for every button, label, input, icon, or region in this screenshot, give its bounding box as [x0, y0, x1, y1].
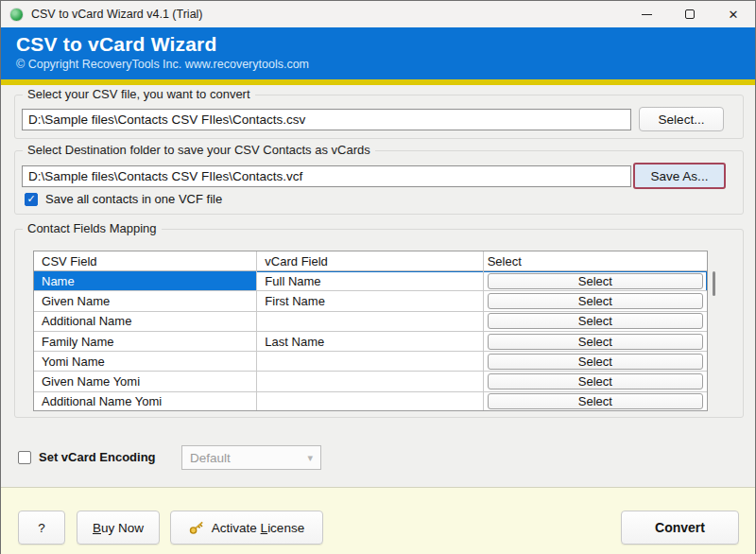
row-select-button[interactable]: Select [488, 393, 703, 409]
mapping-table: CSV Field vCard Field Select Name Full N… [33, 251, 708, 411]
help-button[interactable]: ? [18, 511, 65, 545]
single-vcf-checkbox-row: Save all contacts in one VCF file [25, 192, 222, 206]
save-as-button[interactable]: Save As... [633, 163, 726, 189]
chevron-down-icon: ▾ [307, 452, 313, 464]
destination-group: Select Destination folder to save your C… [14, 150, 744, 215]
csv-field-cell[interactable]: Family Name [34, 332, 257, 352]
row-select-button[interactable]: Select [488, 354, 703, 370]
destination-group-label: Select Destination folder to save your C… [23, 143, 375, 157]
mapping-group: Contact Fields Mapping CSV Field vCard F… [14, 229, 744, 418]
header-select: Select [484, 251, 707, 271]
encoding-checkbox[interactable] [18, 451, 31, 464]
table-row[interactable]: Yomi Name Select [34, 352, 707, 372]
row-select-button[interactable]: Select [488, 373, 703, 390]
csv-field-cell[interactable]: Additional Name Yomi [34, 392, 257, 411]
table-row[interactable]: Given Name First Name Select [34, 291, 707, 311]
encoding-checkbox-label: Set vCard Encoding [39, 450, 156, 464]
table-row[interactable]: Family Name Last Name Select [34, 332, 707, 352]
minimize-button[interactable] [625, 1, 668, 27]
mapping-group-label: Contact Fields Mapping [23, 221, 162, 235]
close-icon: ✕ [729, 9, 739, 21]
table-row[interactable]: Given Name Yomi Select [34, 372, 707, 391]
table-row[interactable]: Additional Name Yomi Select [34, 392, 707, 411]
source-group-label: Select your CSV file, you want to conver… [23, 87, 255, 101]
activate-license-button[interactable]: Activate License [170, 511, 323, 545]
header-csv-field: CSV Field [34, 251, 257, 271]
csv-field-cell[interactable]: Yomi Name [34, 352, 257, 372]
vcard-field-cell[interactable] [257, 372, 483, 391]
key-icon [189, 521, 205, 535]
footer-bar: ? Buy Now Activate License Convert [1, 487, 755, 554]
row-select-button[interactable]: Select [488, 273, 703, 289]
encoding-dropdown-value: Default [190, 451, 231, 465]
app-icon [9, 8, 24, 22]
encoding-row: Set vCard Encoding [18, 450, 156, 464]
table-row[interactable]: Name Full Name Select [34, 271, 707, 291]
vcard-field-cell[interactable]: Full Name [257, 271, 483, 291]
table-header-row: CSV Field vCard Field Select [34, 251, 707, 271]
close-button[interactable]: ✕ [712, 1, 755, 27]
window-title: CSV to vCard Wizard v4.1 (Trial) [31, 8, 203, 21]
accent-divider [1, 79, 755, 85]
buy-now-button[interactable]: Buy Now [77, 511, 160, 545]
single-vcf-checkbox-label: Save all contacts in one VCF file [45, 192, 222, 206]
app-window: CSV to vCard Wizard v4.1 (Trial) ✕ CSV t… [0, 0, 756, 554]
csv-field-cell[interactable]: Name [34, 271, 257, 291]
row-select-button[interactable]: Select [488, 293, 703, 309]
app-title: CSV to vCard Wizard [16, 33, 740, 56]
vcard-field-cell[interactable] [257, 352, 483, 372]
convert-button[interactable]: Convert [621, 511, 739, 545]
copyright-text: © Copyright RecoveryTools Inc. www.recov… [16, 58, 740, 71]
title-bar: CSV to vCard Wizard v4.1 (Trial) ✕ [1, 1, 755, 27]
csv-path-input[interactable]: D:\Sample files\Contacts CSV FIles\Conta… [22, 109, 631, 130]
source-file-group: Select your CSV file, you want to conver… [14, 95, 744, 139]
vcard-field-cell[interactable] [257, 312, 483, 332]
csv-field-cell[interactable]: Given Name Yomi [34, 372, 257, 391]
brand-header: CSV to vCard Wizard © Copyright Recovery… [1, 27, 755, 79]
vcard-field-cell[interactable]: First Name [257, 291, 483, 311]
row-select-button[interactable]: Select [488, 334, 703, 350]
maximize-icon [685, 9, 695, 19]
vcf-path-input[interactable]: D:\Sample files\Contacts CSV FIles\Conta… [22, 165, 631, 187]
maximize-button[interactable] [668, 1, 712, 27]
table-row[interactable]: Additional Name Select [34, 312, 707, 332]
activate-license-label: Activate License [212, 521, 304, 535]
single-vcf-checkbox[interactable] [25, 193, 38, 206]
csv-field-cell[interactable]: Given Name [34, 291, 257, 311]
header-vcard-field: vCard Field [257, 251, 483, 271]
select-file-button[interactable]: Select... [639, 107, 724, 131]
minimize-icon [642, 14, 652, 15]
encoding-dropdown[interactable]: Default ▾ [181, 445, 321, 470]
vcard-field-cell[interactable]: Last Name [257, 332, 483, 352]
csv-field-cell[interactable]: Additional Name [34, 312, 257, 332]
table-scrollbar-thumb[interactable] [713, 271, 715, 296]
row-select-button[interactable]: Select [488, 313, 703, 329]
vcard-field-cell[interactable] [257, 392, 483, 411]
